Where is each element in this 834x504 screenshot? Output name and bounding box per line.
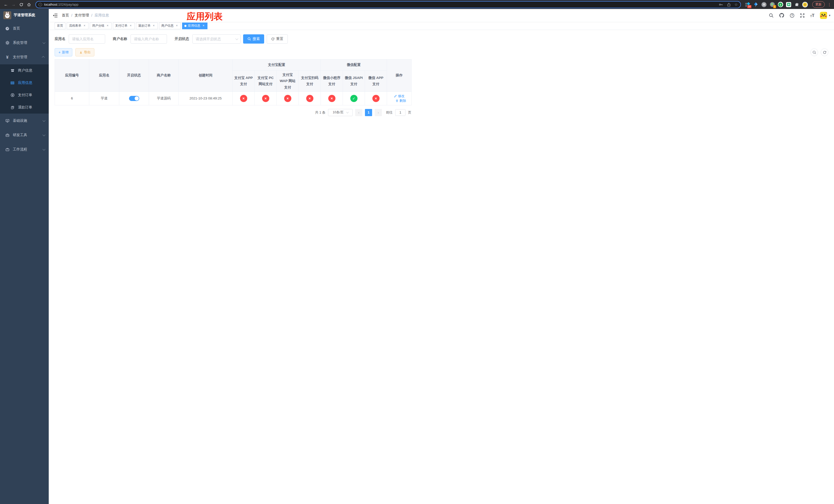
- sidebar-item-refund-order[interactable]: 退款订单: [0, 101, 49, 114]
- sidebar-item-app-info[interactable]: 应用信息: [0, 77, 49, 89]
- sidebar-item-label: 支付订单: [18, 93, 32, 97]
- col-header-wx-jsapi: 微信 JSAPI 支付: [343, 71, 365, 92]
- page-size-select[interactable]: 10条/页: [328, 109, 353, 116]
- sidebar-item-dev-tools[interactable]: 研发工具: [0, 128, 49, 142]
- cell-merchant: 芋道源码: [149, 92, 179, 105]
- browser-back-icon[interactable]: ←: [3, 1, 9, 8]
- close-icon[interactable]: ×: [175, 24, 178, 27]
- cell-status: [119, 92, 149, 105]
- sidebar-collapse-icon[interactable]: [52, 13, 58, 18]
- add-button[interactable]: + 新增: [54, 48, 72, 56]
- sidebar-item-label: 退款订单: [18, 105, 32, 110]
- breadcrumb-pay[interactable]: 支付管理: [74, 13, 89, 18]
- merchant-name-input[interactable]: [131, 35, 167, 44]
- breadcrumb-current: 应用信息: [95, 13, 109, 18]
- sidebar-item-label: 基础设施: [13, 118, 27, 123]
- table-toolbar: + 新增 导出: [54, 48, 417, 56]
- download-icon: [79, 51, 83, 54]
- tag-home[interactable]: 首页: [54, 23, 65, 29]
- url-path: :1024/pay/app: [57, 3, 78, 6]
- close-icon[interactable]: ×: [106, 24, 109, 27]
- browser-reload-icon[interactable]: [18, 1, 25, 8]
- col-header-id: 应用编号: [55, 60, 89, 92]
- search-button[interactable]: 搜索: [243, 35, 264, 44]
- tag-user-group[interactable]: 用户分组×: [90, 23, 112, 29]
- browser-home-icon[interactable]: [26, 1, 32, 8]
- yen-icon: ¥: [5, 55, 9, 60]
- edit-label: 修改: [398, 94, 405, 98]
- delete-link[interactable]: 删除: [395, 98, 406, 103]
- tag-process-form[interactable]: 流程表单×: [67, 23, 88, 29]
- tag-label: 用户分组: [92, 24, 104, 28]
- briefcase-icon: [5, 147, 9, 152]
- table-row: 6 芋道 芋道源码 2021-10-23 08:49:25 × × × × × …: [55, 92, 412, 105]
- col-header-merchant: 商户名称: [149, 60, 179, 92]
- search-icon: [247, 37, 251, 41]
- monitor-icon: [5, 119, 9, 123]
- delete-label: 删除: [399, 98, 406, 103]
- browser-forward-icon[interactable]: →: [10, 1, 17, 8]
- url-bar[interactable]: i localhost:1024/pay/app ☆: [36, 1, 417, 8]
- yen-circle-icon: [10, 93, 15, 97]
- sidebar-item-merchant-info[interactable]: 商户信息: [0, 64, 49, 77]
- close-icon[interactable]: ×: [129, 24, 132, 27]
- cell-created: 2021-10-23 08:49:25: [179, 92, 233, 105]
- sidebar-item-system[interactable]: 系统管理: [0, 36, 49, 50]
- status-select[interactable]: [192, 35, 241, 44]
- reset-button-label: 重置: [276, 37, 283, 41]
- site-info-icon[interactable]: i: [39, 3, 42, 6]
- sidebar-item-label: 工作流程: [13, 147, 27, 152]
- close-icon[interactable]: ×: [202, 24, 205, 27]
- tag-pay-order[interactable]: 支付订单×: [113, 23, 135, 29]
- sidebar-item-label: 商户信息: [18, 68, 32, 73]
- url-text: localhost:1024/pay/app: [44, 3, 417, 6]
- sidebar-item-home[interactable]: 首页: [0, 21, 49, 36]
- tag-refund-order[interactable]: 退款订单×: [136, 23, 158, 29]
- cell-id: 6: [55, 92, 89, 105]
- sidebar-item-pay-order[interactable]: 支付订单: [0, 89, 49, 101]
- edit-link[interactable]: 修改: [394, 94, 405, 98]
- col-header-alipay-app: 支付宝 APP 支付: [233, 71, 255, 92]
- tag-app-info[interactable]: 应用信息×: [182, 23, 207, 29]
- chevron-down-icon: [43, 119, 45, 122]
- col-header-name: 应用名: [89, 60, 119, 92]
- app-name-input[interactable]: [69, 35, 105, 44]
- channel-status-icon: ×: [240, 95, 247, 102]
- current-page-button[interactable]: 1: [365, 109, 372, 116]
- close-icon[interactable]: ×: [152, 24, 155, 27]
- sidebar-item-infra[interactable]: 基础设施: [0, 114, 49, 128]
- col-header-alipay-pc: 支付宝 PC 网站支付: [255, 71, 277, 92]
- col-header-wx-app: 微信 APP 支付: [365, 71, 387, 92]
- top-navbar: 首页 / 支付管理 / 应用信息 应用列表 ?: [49, 9, 417, 22]
- chevron-down-icon: [43, 133, 45, 136]
- url-host: localhost: [44, 3, 57, 6]
- export-button-label: 导出: [84, 50, 90, 54]
- trash-icon: [395, 99, 398, 102]
- channel-status-icon: ×: [262, 95, 269, 102]
- prev-page-button[interactable]: ‹: [355, 109, 363, 116]
- tag-label: 支付订单: [115, 24, 128, 28]
- sidebar-item-label: 应用信息: [18, 81, 32, 85]
- store-icon: [10, 68, 15, 72]
- sidebar-item-label: 支付管理: [13, 55, 27, 60]
- sidebar-item-pay[interactable]: ¥ 支付管理: [0, 50, 49, 64]
- goto-label: 前往: [386, 110, 393, 115]
- app-table: 应用编号 应用名 开启状态 商户名称 创建时间 支付宝配置 微信配置 操作 支付…: [54, 59, 412, 105]
- close-icon[interactable]: ×: [83, 24, 86, 27]
- status-toggle[interactable]: [129, 96, 139, 101]
- next-page-button[interactable]: ›: [375, 109, 382, 116]
- tags-view: 首页 流程表单× 用户分组× 支付订单× 退款订单× 商户信息× 应用信息×: [49, 22, 417, 30]
- sidebar-item-workflow[interactable]: 工作流程: [0, 142, 49, 157]
- reset-button[interactable]: 重置: [267, 35, 288, 44]
- sidebar-item-label: 首页: [13, 26, 20, 31]
- sidebar-logo[interactable]: 芋道管理系统: [0, 9, 49, 21]
- chevron-down-icon: [346, 111, 349, 114]
- tag-merchant-info[interactable]: 商户信息×: [159, 23, 181, 29]
- sidebar: 芋道管理系统 首页 系统管理 ¥ 支付管理 商户信息: [0, 9, 49, 252]
- export-button[interactable]: 导出: [75, 48, 94, 56]
- tag-label: 应用信息: [188, 24, 200, 28]
- goto-page-input[interactable]: [395, 109, 405, 116]
- sidebar-item-label: 系统管理: [13, 41, 27, 45]
- channel-status-icon: ×: [372, 95, 379, 102]
- breadcrumb-home[interactable]: 首页: [62, 13, 69, 18]
